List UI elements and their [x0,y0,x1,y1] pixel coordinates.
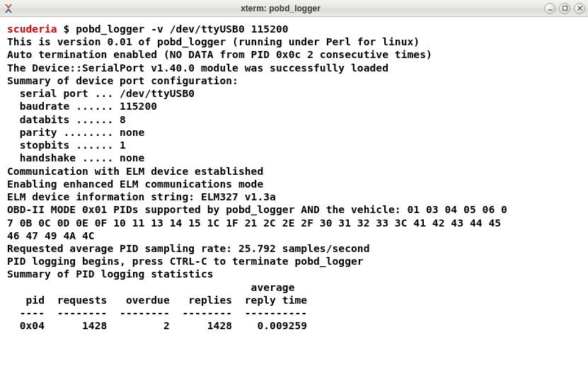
window-titlebar: xterm: pobd_logger [0,0,588,17]
window-title: xterm: pobd_logger [17,4,544,13]
terminal-text: This is version 0.01 of pobd_logger (run… [7,35,507,331]
svg-rect-3 [563,6,567,11]
app-icon [3,3,14,14]
terminal-output[interactable]: scuderia $ pobd_logger -v /dev/ttyUSB0 1… [0,17,588,366]
minimize-button[interactable] [544,3,555,14]
window-controls [544,3,585,14]
prompt-hostname: scuderia [7,23,57,35]
maximize-button[interactable] [559,3,570,14]
command-line: pobd_logger -v /dev/ttyUSB0 115200 [76,23,288,35]
prompt-separator: $ [57,23,76,35]
svg-marker-0 [5,4,12,8]
svg-marker-1 [5,8,12,13]
svg-rect-2 [548,10,552,11]
close-button[interactable] [574,3,585,14]
